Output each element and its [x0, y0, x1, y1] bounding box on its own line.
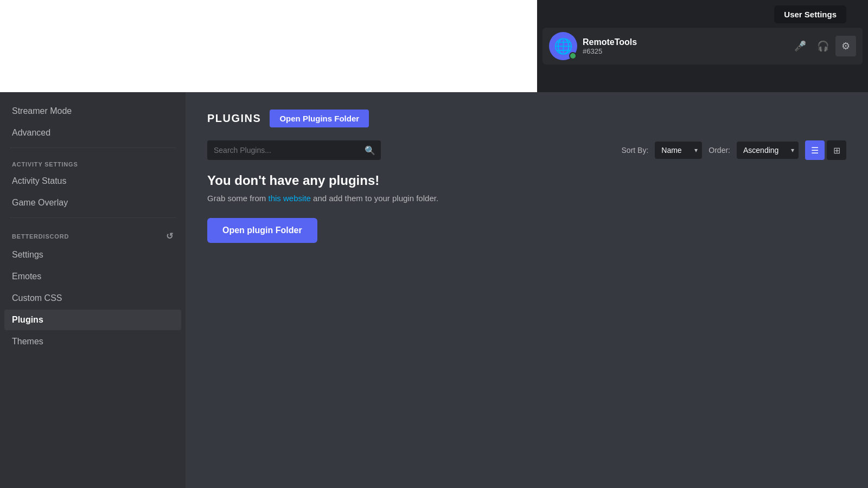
- empty-desc-before: Grab some from: [207, 194, 269, 203]
- empty-desc-after: and add them to your plugin folder.: [311, 194, 438, 203]
- controls-row: 🔍 Sort By: Name Author Version Order: As…: [207, 140, 846, 160]
- sidebar-item-streamer-mode[interactable]: Streamer Mode: [4, 101, 181, 121]
- deafen-icon: 🎧: [817, 40, 829, 52]
- sidebar-item-label: Custom CSS: [12, 293, 62, 303]
- sort-by-select-wrapper: Name Author Version: [655, 142, 702, 159]
- open-plugin-folder-button[interactable]: Open plugin Folder: [207, 218, 317, 243]
- avatar-globe-icon: 🌐: [554, 37, 573, 55]
- order-select[interactable]: Ascending Descending: [737, 142, 799, 159]
- user-settings-tooltip: User Settings: [774, 5, 846, 23]
- empty-description: Grab some from this website and add them…: [207, 194, 846, 203]
- sidebar-item-settings[interactable]: Settings: [4, 245, 181, 265]
- sidebar-item-emotes[interactable]: Emotes: [4, 266, 181, 287]
- user-icons: 🎤 🎧 ⚙: [790, 36, 856, 56]
- empty-title: You don't have any plugins!: [207, 173, 846, 188]
- sidebar: Streamer Mode Advanced ACTIVITY SETTINGS…: [0, 92, 186, 488]
- sidebar-item-label: Plugins: [12, 315, 43, 324]
- sidebar-item-label: Advanced: [12, 128, 50, 137]
- search-container: 🔍: [207, 140, 381, 160]
- user-tag: #6325: [583, 47, 784, 55]
- user-info: RemoteTools #6325: [583, 37, 784, 55]
- top-area: User Settings 🌐 RemoteTools #6325 🎤 🎧: [0, 0, 868, 92]
- sidebar-item-themes[interactable]: Themes: [4, 331, 181, 352]
- avatar: 🌐: [549, 32, 577, 60]
- sort-by-label: Sort By:: [622, 146, 649, 155]
- main-layout: Streamer Mode Advanced ACTIVITY SETTINGS…: [0, 92, 868, 488]
- sidebar-item-label: Themes: [12, 337, 43, 346]
- grid-view-button[interactable]: ⊞: [827, 140, 846, 160]
- sidebar-item-game-overlay[interactable]: Game Overlay: [4, 192, 181, 213]
- sidebar-section-activity: ACTIVITY SETTINGS: [4, 152, 181, 171]
- order-select-wrapper: Ascending Descending: [737, 142, 799, 159]
- sidebar-section-betterdiscord: BETTERDISCORD ↺: [4, 222, 181, 245]
- sidebar-item-plugins[interactable]: Plugins: [4, 310, 181, 330]
- open-plugins-folder-button[interactable]: Open Plugins Folder: [270, 110, 369, 127]
- list-view-icon: ☰: [811, 145, 819, 156]
- top-dark-panel: User Settings 🌐 RemoteTools #6325 🎤 🎧: [537, 0, 868, 92]
- sidebar-item-custom-css[interactable]: Custom CSS: [4, 288, 181, 309]
- empty-state: You don't have any plugins! Grab some fr…: [207, 173, 846, 243]
- sidebar-item-activity-status[interactable]: Activity Status: [4, 171, 181, 191]
- main-content: PLUGINS Open Plugins Folder 🔍 Sort By: N…: [186, 92, 868, 488]
- list-view-button[interactable]: ☰: [805, 140, 825, 160]
- sidebar-item-label: Emotes: [12, 272, 41, 281]
- sort-row: Sort By: Name Author Version Order: Asce…: [622, 140, 846, 160]
- deafen-button[interactable]: 🎧: [813, 36, 833, 56]
- search-icon: 🔍: [365, 145, 375, 156]
- order-label: Order:: [709, 146, 730, 155]
- username: RemoteTools: [583, 37, 784, 47]
- this-website-link[interactable]: this website: [269, 194, 311, 203]
- user-panel: 🌐 RemoteTools #6325 🎤 🎧 ⚙: [542, 28, 863, 65]
- status-dot: [569, 52, 577, 60]
- mute-icon: 🎤: [794, 40, 806, 52]
- settings-icon: ⚙: [841, 40, 850, 52]
- page-header: PLUGINS Open Plugins Folder: [207, 110, 846, 127]
- sidebar-divider-2: [10, 217, 176, 218]
- mute-button[interactable]: 🎤: [790, 36, 810, 56]
- sidebar-item-advanced[interactable]: Advanced: [4, 123, 181, 143]
- sidebar-item-label: Activity Status: [12, 176, 66, 185]
- sidebar-divider: [10, 147, 176, 148]
- betterdiscord-icon: ↺: [166, 231, 174, 241]
- grid-view-icon: ⊞: [833, 145, 840, 156]
- sidebar-item-label: Streamer Mode: [12, 106, 72, 115]
- sidebar-item-label: Settings: [12, 250, 43, 259]
- page-title: PLUGINS: [207, 112, 261, 125]
- view-toggle-buttons: ☰ ⊞: [805, 140, 846, 160]
- sidebar-item-label: Game Overlay: [12, 198, 68, 207]
- settings-button[interactable]: ⚙: [835, 36, 856, 56]
- search-input[interactable]: [207, 140, 381, 160]
- sort-by-select[interactable]: Name Author Version: [655, 142, 702, 159]
